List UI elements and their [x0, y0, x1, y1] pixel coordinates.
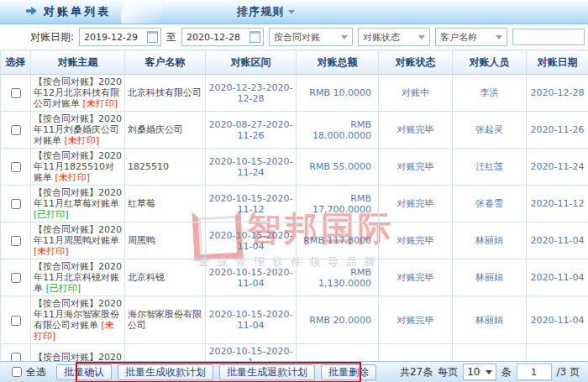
page-total-label: /3 页 [557, 365, 580, 379]
table-row: 【按合同对账】2020年11月刘桑婚庆公司对账单 [未打印] 刘桑婚庆公司 20… [1, 112, 588, 149]
cell-select [1, 296, 31, 344]
page-size-select[interactable]: 10 [463, 364, 496, 380]
chevron-down-icon [288, 10, 295, 14]
row-checkbox[interactable] [11, 199, 21, 209]
cell-person [453, 344, 527, 362]
header-date: 对账日期 [527, 50, 588, 75]
print-status-tag: [已打印] [46, 283, 81, 294]
cell-person: 林丽娟 [453, 222, 527, 259]
cell-status: 对账中 [379, 75, 453, 112]
date-from-field [79, 28, 161, 46]
cell-client: 刘桑婚庆公司 [125, 112, 206, 149]
cell-person: 林丽娟 [453, 296, 527, 344]
customer-name-select[interactable]: 客户名称 [435, 28, 507, 46]
cell-date: 2020-11-04 [527, 296, 588, 344]
cell-subject: 【按合同对账】2020年11月刘桑婚庆公司对账单 [未打印] [31, 112, 125, 149]
footer-bar: 全选 批量确认 批量生成收款计划 批量生成退款计划 批量删除 共27条 每页 1… [0, 361, 588, 382]
cell-status: 对账完毕 [379, 222, 453, 259]
reconciliation-table-area: 智邦国际 企业管理软件领导品牌 选择 对账主题 客户名称 对账区间 对账总额 对… [0, 50, 588, 361]
per-page-label: 每页 [438, 365, 458, 379]
cell-client: 北京科锐 [125, 259, 206, 296]
cell-client: 周黑鸭 [125, 222, 206, 259]
print-status-tag: [未打印] [34, 246, 69, 257]
reconcile-status-select[interactable]: 对账状态 [358, 28, 430, 46]
cell-period: 2020-10-15-2020-11-04 [206, 296, 297, 344]
cell-subject: 【按合同对账】2020年11月周黑鸭对账单 [未打印] [31, 222, 125, 259]
cell-status: 对账完毕 [379, 186, 453, 222]
row-checkbox[interactable] [11, 88, 21, 98]
cell-subject: 【按合同对账】2020年12月北京科技有限公司对账单 [未打印] [31, 75, 125, 112]
calendar-icon[interactable] [249, 31, 260, 43]
cell-period: 2020-10-15-2020-11-24 [206, 149, 297, 186]
batch-create-receipt-plan-button[interactable]: 批量生成收款计划 [118, 364, 213, 380]
table-body: 【按合同对账】2020年12月北京科技有限公司对账单 [未打印] 北京科技有限公… [1, 75, 588, 362]
header-status: 对账状态 [379, 50, 453, 75]
cell-client: 红草莓 [125, 186, 206, 222]
page-number-input[interactable] [517, 364, 552, 380]
cell-select [1, 112, 31, 149]
reconciliation-table: 选择 对账主题 客户名称 对账区间 对账总额 对账状态 对账人员 对账日期 【按… [0, 50, 588, 361]
table-row: 【按合同对账】2020年11月周黑鸭对账单 [未打印] 周黑鸭 2020-10-… [1, 222, 588, 259]
cell-amount: RMB 20.0000 [297, 296, 379, 344]
batch-delete-button[interactable]: 批量删除 [321, 364, 376, 380]
cell-date: 2020-11-04 [527, 259, 588, 296]
print-status-tag: [未打印] [83, 98, 118, 109]
customer-keyword-input[interactable] [512, 29, 585, 45]
reconciliation-list-page: 对账单列表 排序规则 对账日期: 至 按合同对账 对账状态 客户名称 [0, 0, 588, 382]
sort-rules-menu[interactable]: 排序规则 [237, 0, 295, 24]
row-checkbox[interactable] [11, 316, 21, 326]
row-checkbox[interactable] [11, 125, 21, 135]
table-row: 【按合同对账】2020年11月1825510对账单 [未打印] 1825510 … [1, 149, 588, 186]
batch-confirm-button[interactable]: 批量确认 [56, 364, 112, 380]
row-checkbox[interactable] [11, 353, 21, 362]
cell-status: 对账完毕 [379, 149, 453, 186]
cell-amount: RMB 1,130.0000 [297, 259, 379, 296]
cell-select [1, 222, 31, 259]
cell-amount: RMB 117.8000 [297, 222, 379, 259]
cell-period: 2020-12-23-2020-12-28 [206, 75, 297, 112]
row-checkbox[interactable] [11, 162, 21, 172]
header-select: 选择 [1, 50, 31, 75]
to-label: 至 [166, 30, 176, 44]
date-to-input[interactable] [185, 31, 247, 44]
cell-period: 2020-10-15-2020-11-04 [206, 222, 297, 259]
cell-client: 北京科技有限公司 [125, 75, 206, 112]
select-all-checkbox[interactable] [12, 367, 22, 377]
table-row: 【按合同对账】2020 2020-10-15-2020-1 [1, 344, 588, 362]
cell-amount: RMB 18,000.0000 [297, 112, 379, 149]
header-client: 客户名称 [125, 50, 206, 75]
cell-subject: 【按合同对账】2020 [31, 344, 125, 362]
arrow-right-icon [25, 6, 38, 18]
cell-status: 对账完毕 [379, 296, 453, 344]
reconcile-type-select[interactable]: 按合同对账 [269, 28, 353, 46]
cell-date: 2020-11-04 [527, 222, 588, 259]
tab-reconciliation-list[interactable]: 对账单列表 [25, 0, 111, 24]
cell-subject: 【按合同对账】2020年11月海尔智家股份有限公司对账单 [未打印] [31, 296, 125, 344]
total-count-label: 共27条 [400, 365, 433, 379]
cell-select [1, 259, 31, 296]
cell-date: 2020-11-24 [527, 149, 588, 186]
cell-person: 李洪 [453, 75, 527, 112]
cell-select [1, 149, 31, 186]
chevron-down-icon [418, 35, 425, 39]
cell-person: 张春雪 [453, 186, 527, 222]
cell-person: 汪红莲 [453, 149, 527, 186]
cell-period: 2020-10-15-2020-11-12 [206, 186, 297, 222]
cell-select [1, 186, 31, 222]
cell-subject: 【按合同对账】2020年11月红草莓对账单 [已打印] [31, 186, 125, 222]
row-checkbox[interactable] [11, 273, 21, 283]
cell-date: 2020-12-28 [527, 75, 588, 112]
row-checkbox[interactable] [11, 236, 21, 246]
cell-period: 2020-08-27-2020-11-26 [206, 112, 297, 149]
batch-create-refund-plan-button[interactable]: 批量生成退款计划 [219, 364, 315, 380]
cell-subject: 【按合同对账】2020年11月北京科锐对账单 [已打印] [31, 259, 125, 296]
cell-client [125, 344, 206, 362]
date-from-input[interactable] [82, 31, 144, 44]
cell-client: 海尔智家股份有限公司 [125, 296, 206, 344]
table-row: 【按合同对账】2020年11月海尔智家股份有限公司对账单 [未打印] 海尔智家股… [1, 296, 588, 344]
cell-date: 2020-11-26 [527, 112, 588, 149]
cell-amount: RMB 17,700.0000 [297, 186, 379, 222]
header-amount: 对账总额 [297, 50, 379, 75]
calendar-icon[interactable] [147, 31, 158, 43]
filter-bar: 对账日期: 至 按合同对账 对账状态 客户名称 [0, 24, 588, 50]
